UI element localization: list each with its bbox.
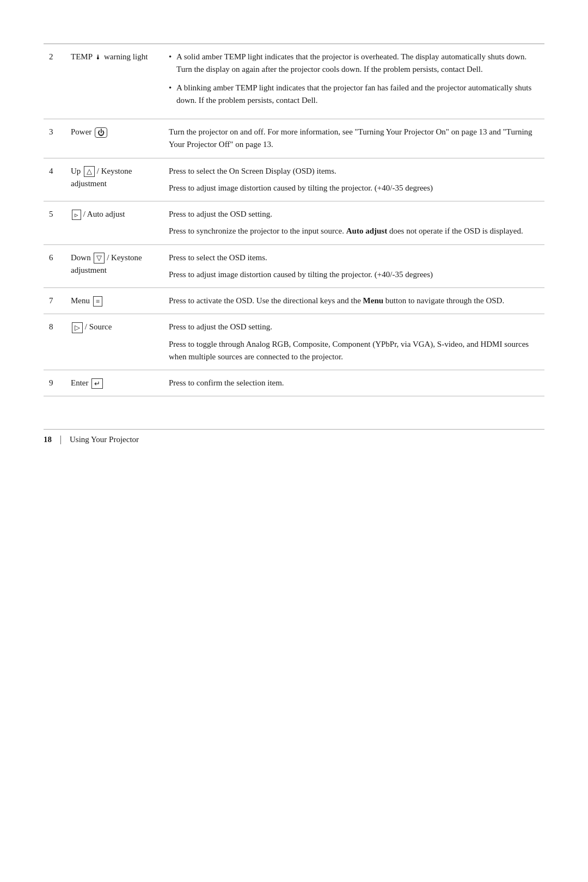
row-label: Power ⏻ — [65, 119, 163, 158]
power-icon: ⏻ — [95, 127, 107, 138]
row-description: Press to adjust the OSD setting. Press t… — [163, 314, 544, 370]
footer-section-title: Using Your Projector — [70, 435, 139, 444]
row-number: 9 — [44, 370, 65, 396]
row-label: Menu ≡ — [65, 288, 163, 314]
row-number: 5 — [44, 201, 65, 245]
row-description: Press to select the On Screen Display (O… — [163, 158, 544, 201]
table-row: 4 Up △ / Keystone adjustment Press to se… — [44, 158, 544, 201]
enter-icon: ↵ — [91, 378, 103, 389]
row-number: 3 — [44, 119, 65, 158]
paragraph: Press to toggle through Analog RGB, Comp… — [169, 338, 539, 364]
page-number: 18 — [44, 435, 52, 444]
row-label: ▹ / Auto adjust — [65, 201, 163, 245]
row-description: Press to adjust the OSD setting. Press t… — [163, 201, 544, 245]
multi-paragraph: Press to select the On Screen Display (O… — [169, 165, 539, 195]
row-number: 8 — [44, 314, 65, 370]
row-description: A solid amber TEMP light indicates that … — [163, 44, 544, 119]
paragraph: Press to adjust the OSD setting. — [169, 208, 539, 220]
paragraph: Press to synchronize the projector to th… — [169, 225, 539, 237]
row-label: TEMP 🌡 warning light — [65, 44, 163, 119]
table-row: 7 Menu ≡ Press to activate the OSD. Use … — [44, 288, 544, 314]
list-item: A blinking amber TEMP light indicates th… — [169, 82, 539, 107]
multi-paragraph: Press to select the OSD items. Press to … — [169, 252, 539, 281]
row-label: ▷ / Source — [65, 314, 163, 370]
row-number: 6 — [44, 244, 65, 288]
list-item: A solid amber TEMP light indicates that … — [169, 51, 539, 76]
row-description: Turn the projector on and off. For more … — [163, 119, 544, 158]
multi-paragraph: Press to adjust the OSD setting. Press t… — [169, 208, 539, 238]
footer-divider — [60, 436, 61, 444]
paragraph: Press to adjust the OSD setting. — [169, 321, 539, 333]
table-row: 2 TEMP 🌡 warning light A solid amber TEM… — [44, 44, 544, 119]
page-footer: 18 Using Your Projector — [44, 429, 544, 444]
table-row: 9 Enter ↵ Press to confirm the selection… — [44, 370, 544, 396]
reference-table: 2 TEMP 🌡 warning light A solid amber TEM… — [44, 44, 544, 396]
up-arrow-icon: △ — [84, 166, 95, 177]
paragraph: Press to select the OSD items. — [169, 252, 539, 264]
right-arrow-icon: ▹ — [72, 210, 81, 220]
table-row: 6 Down ▽ / Keystone adjustment Press to … — [44, 244, 544, 288]
row-number: 4 — [44, 158, 65, 201]
bullet-list: A solid amber TEMP light indicates that … — [169, 51, 539, 107]
thermometer-icon: 🌡 — [95, 52, 101, 63]
row-label: Up △ / Keystone adjustment — [65, 158, 163, 201]
multi-paragraph: Press to adjust the OSD setting. Press t… — [169, 321, 539, 363]
down-arrow-icon: ▽ — [94, 253, 105, 264]
row-number: 7 — [44, 288, 65, 314]
row-description: Press to select the OSD items. Press to … — [163, 244, 544, 288]
paragraph: Press to adjust image distortion caused … — [169, 268, 539, 281]
table-row: 5 ▹ / Auto adjust Press to adjust the OS… — [44, 201, 544, 245]
page-content: 2 TEMP 🌡 warning light A solid amber TEM… — [44, 44, 544, 444]
left-arrow-icon: ▷ — [72, 322, 83, 333]
row-label: Down ▽ / Keystone adjustment — [65, 244, 163, 288]
table-row: 3 Power ⏻ Turn the projector on and off.… — [44, 119, 544, 158]
table-row: 8 ▷ / Source Press to adjust the OSD set… — [44, 314, 544, 370]
paragraph: Press to adjust image distortion caused … — [169, 182, 539, 194]
paragraph: Press to select the On Screen Display (O… — [169, 165, 539, 177]
row-label: Enter ↵ — [65, 370, 163, 396]
row-description: Press to confirm the selection item. — [163, 370, 544, 396]
row-number: 2 — [44, 44, 65, 119]
row-description: Press to activate the OSD. Use the direc… — [163, 288, 544, 314]
menu-icon: ≡ — [93, 296, 102, 307]
